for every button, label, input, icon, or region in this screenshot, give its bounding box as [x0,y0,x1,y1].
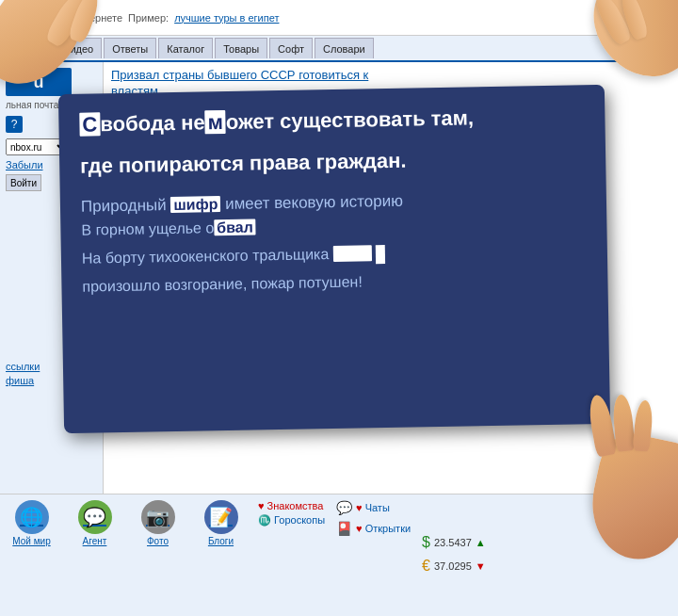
hand-top-left [0,0,132,141]
card-line5: На борту тихоокенского тральщика [82,238,587,269]
otkrytki-link[interactable]: Открытки [356,523,411,534]
nav-tab-goods[interactable]: Товары [215,38,267,58]
eur-direction: ▼ [476,560,486,572]
agent-icon: 💬 [78,500,112,534]
goroskopy-link[interactable]: Гороскопы [258,514,325,527]
usd-currency: $ 23.5437 ▲ [422,534,486,551]
card-highlight-shifr: шифр [170,196,220,213]
login-button[interactable]: Войти [6,174,41,191]
bottom-blogs[interactable]: 📝 Блоги [195,500,247,610]
example-prefix: Пример: [128,12,169,24]
chaty-link[interactable]: Чаты [356,502,390,513]
finger-br-2 [611,394,635,452]
bottom-myworld[interactable]: 🌐 Мой мир [6,500,57,610]
nav-tab-soft[interactable]: Софт [269,38,313,58]
bottom-links2-section: 💬 Чаты 🎴 Открытки [336,500,411,610]
bottom-links-section: Знакомства Гороскопы [258,500,325,610]
usd-value: 23.5437 [434,537,472,548]
bottom-photo[interactable]: 📷 Фото [132,500,184,610]
currency-section: $ 23.5437 ▲ € 37.0295 ▼ [422,500,486,610]
card-line6: произошло возгорание, пожар потушен! [82,267,587,298]
card-line2: где попираются права граждан. [80,143,585,180]
chat-icon: 💬 [336,500,352,515]
card-highlight-m: м [204,110,226,134]
hand-bottom-right [537,381,678,541]
znakomstva-link[interactable]: Знакомства [258,500,325,511]
card-highlight-blank [333,245,373,262]
bottom-agent[interactable]: 💬 Агент [69,500,121,610]
card-line1: Свобода неможет существовать там, [79,102,584,138]
photo-icon: 📷 [141,500,175,534]
blogs-icon: 📝 [204,500,238,534]
euro-icon: € [422,558,430,575]
example-link[interactable]: лучшие туры в египет [174,12,279,24]
hand-top-right [556,0,678,132]
card-cursor [376,245,385,264]
card-overlay: Свобода неможет существовать там, где по… [58,85,610,433]
card-highlight-bval: бвал [214,219,256,235]
nav-tab-dict[interactable]: Словари [315,38,374,58]
cards-icon: 🎴 [336,521,352,536]
eur-currency: € 37.0295 ▼ [422,558,486,575]
eur-value: 37.0295 [434,560,472,572]
nav-tab-catalog[interactable]: Каталог [158,38,213,58]
myworld-icon: 🌐 [15,500,49,534]
dollar-icon: $ [422,534,430,551]
finger-br-1 [587,394,618,458]
usd-direction: ▲ [476,537,486,548]
